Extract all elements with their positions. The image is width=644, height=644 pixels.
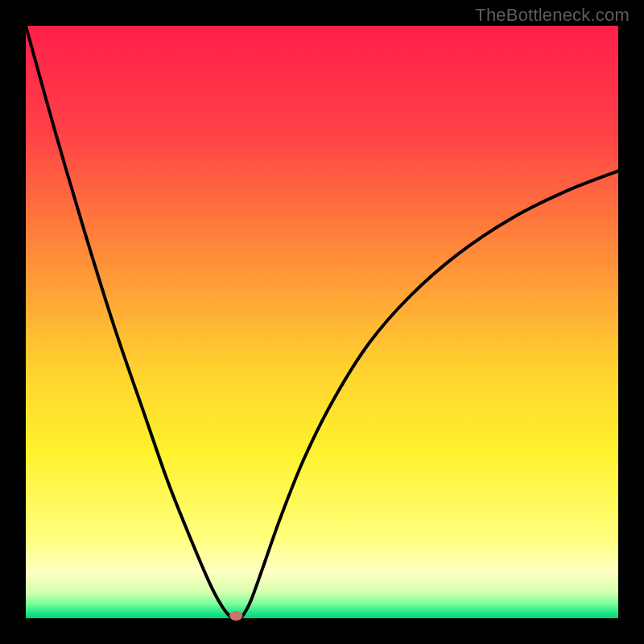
- chart-frame: TheBottleneck.com: [0, 0, 644, 644]
- bottleneck-chart: [0, 0, 644, 644]
- watermark-text: TheBottleneck.com: [475, 5, 630, 26]
- gradient-background: [26, 26, 618, 618]
- minimum-marker: [229, 611, 242, 621]
